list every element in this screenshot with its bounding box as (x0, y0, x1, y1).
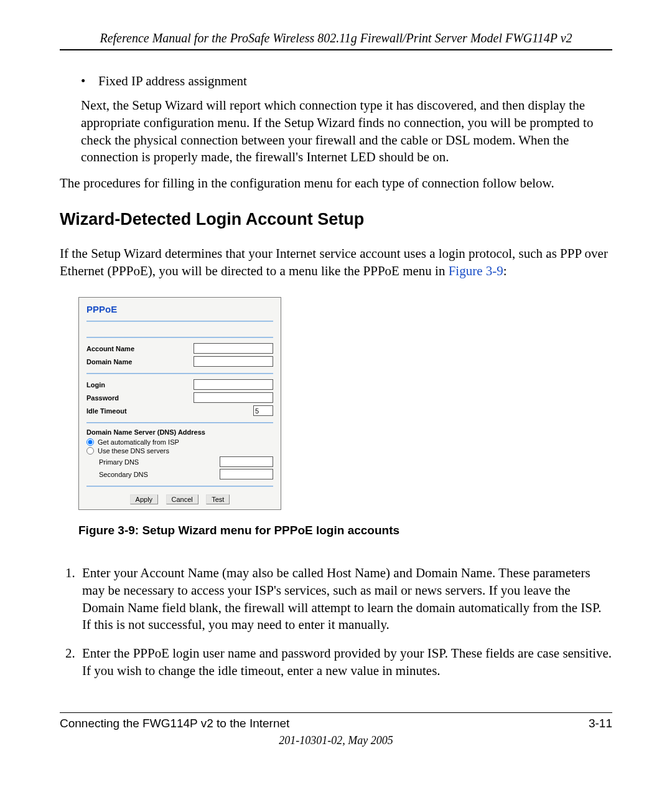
dns-heading: Domain Name Server (DNS) Address (86, 428, 273, 436)
domain-name-input[interactable] (194, 356, 273, 367)
bullet-fixed-ip: Fixed IP address assignment (75, 73, 612, 90)
apply-button[interactable]: Apply (130, 494, 159, 504)
page: Reference Manual for the ProSafe Wireles… (0, 0, 672, 807)
secondary-dns-row: Secondary DNS (99, 469, 273, 479)
separator (86, 373, 273, 374)
button-row: Apply Cancel Test (86, 493, 273, 504)
login-label: Login (86, 381, 105, 389)
section-para-pre: If the Setup Wizard determines that your… (60, 246, 608, 278)
section-para-post: : (503, 263, 507, 278)
figure-reference-link[interactable]: Figure 3-9 (449, 263, 503, 278)
figure-wrap: PPPoE Account Name Domain Name Login Pas… (78, 297, 612, 537)
login-input[interactable] (194, 379, 273, 390)
footer-page-number: 3-11 (589, 717, 612, 730)
intro-followup: Next, the Setup Wizard will report which… (81, 97, 612, 166)
footer: Connecting the FWG114P v2 to the Interne… (60, 705, 612, 747)
step-2: Enter the PPPoE login user name and pass… (78, 645, 612, 679)
password-label: Password (86, 394, 119, 402)
bottom-rule (60, 712, 612, 713)
separator (86, 422, 273, 423)
intro-list: Fixed IP address assignment Next, the Se… (75, 73, 612, 166)
primary-dns-input[interactable] (220, 456, 273, 467)
figure-caption: Figure 3-9: Setup Wizard menu for PPPoE … (78, 524, 612, 537)
dns-manual-label: Use these DNS servers (98, 447, 169, 455)
cancel-button[interactable]: Cancel (166, 494, 198, 504)
running-head: Reference Manual for the ProSafe Wireles… (60, 31, 612, 45)
password-row: Password (86, 392, 273, 403)
dns-auto-label: Get automatically from ISP (98, 438, 179, 446)
domain-name-row: Domain Name (86, 356, 273, 367)
idle-timeout-input[interactable] (253, 405, 273, 416)
pppoe-config-box: PPPoE Account Name Domain Name Login Pas… (78, 297, 281, 510)
secondary-dns-label: Secondary DNS (99, 471, 148, 478)
account-name-input[interactable] (194, 343, 273, 354)
section-paragraph: If the Setup Wizard determines that your… (60, 245, 612, 280)
primary-dns-label: Primary DNS (99, 458, 139, 466)
login-row: Login (86, 379, 273, 390)
account-name-label: Account Name (86, 345, 134, 352)
test-button[interactable]: Test (206, 494, 230, 504)
idle-timeout-label: Idle Timeout (86, 407, 127, 415)
step-1: Enter your Account Name (may also be cal… (78, 565, 612, 634)
separator (86, 321, 273, 322)
separator (86, 486, 273, 487)
separator (86, 337, 273, 338)
dns-manual-radio[interactable] (86, 447, 94, 455)
footer-chapter-title: Connecting the FWG114P v2 to the Interne… (60, 717, 289, 730)
idle-timeout-row: Idle Timeout (86, 405, 273, 416)
pppoe-title: PPPoE (86, 304, 273, 314)
primary-dns-row: Primary DNS (99, 456, 273, 467)
top-rule (60, 49, 612, 50)
dns-auto-radio[interactable] (86, 438, 94, 446)
dns-manual-radio-row[interactable]: Use these DNS servers (86, 447, 273, 455)
steps-list: Enter your Account Name (may also be cal… (78, 565, 612, 679)
password-input[interactable] (194, 392, 273, 403)
account-name-row: Account Name (86, 343, 273, 354)
section-title: Wizard-Detected Login Account Setup (60, 210, 612, 229)
footer-doc-id: 201-10301-02, May 2005 (60, 734, 612, 747)
dns-auto-radio-row[interactable]: Get automatically from ISP (86, 438, 273, 446)
lead-out-paragraph: The procedures for filling in the config… (60, 175, 612, 192)
domain-name-label: Domain Name (86, 358, 132, 366)
secondary-dns-input[interactable] (220, 469, 273, 479)
